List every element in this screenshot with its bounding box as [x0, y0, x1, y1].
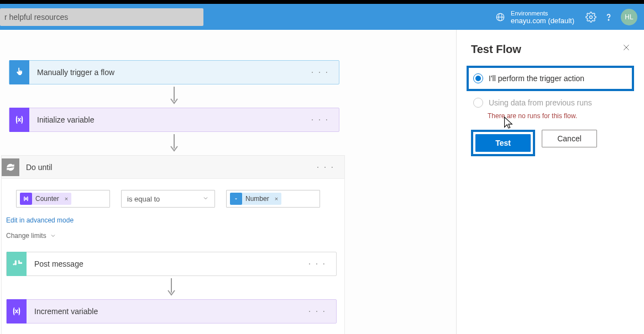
- change-limits-link[interactable]: Change limits: [2, 227, 61, 244]
- token-label: Counter: [35, 195, 59, 203]
- condition-left-input[interactable]: Counter ×: [16, 190, 110, 208]
- trigger-icon: [9, 60, 29, 84]
- token-number[interactable]: Number ×: [230, 193, 281, 205]
- card-menu-icon[interactable]: · · ·: [299, 306, 336, 316]
- globe-icon: [495, 12, 505, 22]
- card-do-until[interactable]: Do until · · · Counter × is equal to: [1, 155, 345, 334]
- operator-label: is equal to: [127, 195, 160, 203]
- radio-label: I'll perform the trigger action: [489, 74, 584, 83]
- variable-icon: [7, 299, 27, 324]
- card-title: Do until: [24, 163, 307, 172]
- token-label: Number: [245, 195, 269, 203]
- highlight-box: I'll perform the trigger action: [467, 66, 634, 91]
- app-header: Environments enayu.com (default) HL: [0, 4, 644, 30]
- input-icon: [230, 193, 242, 205]
- radio-previous-runs: Using data from previous runs: [471, 94, 630, 111]
- card-increment-variable[interactable]: Increment variable · · ·: [6, 299, 337, 324]
- window-title-bar: [0, 0, 644, 4]
- svg-point-3: [590, 15, 593, 18]
- svg-point-4: [608, 19, 609, 20]
- radio-icon: [473, 73, 483, 83]
- flow-canvas: Manually trigger a flow · · · Initialize…: [0, 30, 456, 334]
- cancel-button[interactable]: Cancel: [542, 130, 597, 147]
- card-post-message[interactable]: Post message · · ·: [6, 252, 337, 276]
- token-remove-icon[interactable]: ×: [65, 195, 68, 202]
- panel-title: Test Flow: [471, 43, 630, 56]
- slack-icon: [7, 252, 27, 276]
- limits-label: Change limits: [6, 232, 46, 240]
- environment-label: Environments: [511, 9, 574, 17]
- variable-icon: [20, 193, 32, 205]
- variable-icon: [9, 108, 29, 132]
- gear-icon[interactable]: [585, 12, 596, 23]
- card-menu-icon[interactable]: · · ·: [301, 115, 339, 125]
- highlight-box: Test: [471, 130, 535, 156]
- card-title: Post message: [27, 253, 299, 275]
- test-flow-panel: Test Flow I'll perform the trigger actio…: [456, 30, 644, 334]
- card-menu-icon[interactable]: · · ·: [299, 259, 336, 269]
- search-box[interactable]: [0, 8, 203, 26]
- connector-arrow: [9, 132, 339, 155]
- card-title: Increment variable: [27, 300, 299, 322]
- condition-row: Counter × is equal to Number ×: [2, 179, 344, 213]
- avatar[interactable]: HL: [621, 9, 637, 25]
- connector-arrow: [9, 84, 339, 108]
- help-icon[interactable]: [603, 12, 614, 23]
- connector-arrow: [6, 276, 337, 299]
- chevron-down-icon: [50, 232, 56, 239]
- panel-buttons: Test Cancel: [471, 130, 630, 156]
- card-menu-icon[interactable]: · · ·: [307, 162, 344, 172]
- card-initialize-variable[interactable]: Initialize variable · · ·: [9, 108, 339, 132]
- radio-manual-trigger[interactable]: I'll perform the trigger action: [471, 70, 630, 87]
- card-menu-icon[interactable]: · · ·: [301, 67, 339, 77]
- header-right: Environments enayu.com (default) HL: [495, 4, 644, 30]
- edit-advanced-mode-link[interactable]: Edit in advanced mode: [2, 213, 78, 227]
- no-runs-message: There are no runs for this flow.: [488, 112, 630, 120]
- radio-label: Using data from previous runs: [489, 98, 592, 107]
- radio-icon: [473, 98, 483, 108]
- condition-operator-select[interactable]: is equal to: [121, 190, 215, 208]
- card-title: Manually trigger a flow: [29, 61, 301, 83]
- condition-right-input[interactable]: Number ×: [226, 190, 320, 208]
- card-title: Initialize variable: [29, 109, 301, 131]
- close-icon[interactable]: [622, 43, 631, 54]
- loop-icon: [2, 158, 19, 176]
- card-manual-trigger[interactable]: Manually trigger a flow · · ·: [9, 60, 339, 84]
- token-counter[interactable]: Counter ×: [20, 193, 71, 205]
- chevron-down-icon: [202, 195, 209, 203]
- test-button[interactable]: Test: [475, 134, 531, 152]
- environment-picker[interactable]: Environments enayu.com (default): [495, 9, 574, 25]
- token-remove-icon[interactable]: ×: [275, 195, 278, 202]
- search-input[interactable]: [4, 13, 199, 22]
- environment-name: enayu.com (default): [511, 17, 574, 25]
